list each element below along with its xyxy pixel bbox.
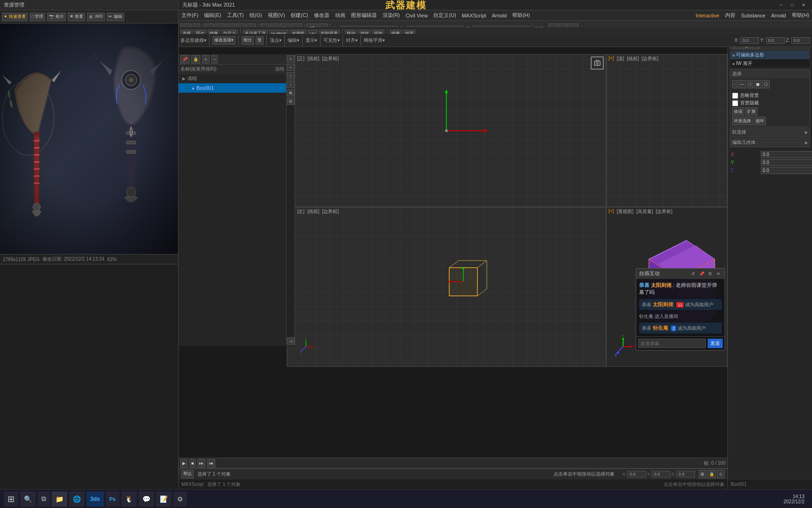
scene-tree-box001[interactable]: ● Box001 [179, 83, 286, 93]
window-controls[interactable]: ─ □ ✕ [776, 1, 808, 9]
chat-input-row[interactable]: 发送 [636, 336, 725, 350]
next-frame-btn[interactable]: ⏭ [197, 459, 205, 468]
menu-graph[interactable]: 图形编辑器 [351, 12, 377, 19]
menu-group[interactable]: 组(G) [250, 12, 262, 19]
print-btn[interactable]: 🖨 冲印 [87, 13, 105, 21]
close-btn[interactable]: ✕ [799, 1, 808, 9]
scene-side-btn-7[interactable]: ◁ [287, 337, 295, 345]
vp-tr-expand[interactable]: [+] [609, 56, 614, 62]
menu-civilview[interactable]: Civil View [406, 13, 428, 18]
menu-help[interactable]: 帮助(H) [512, 12, 530, 19]
arnold-menu-item[interactable]: Arnold [771, 13, 786, 18]
chat-refresh-icon[interactable]: ↺ [690, 270, 696, 277]
interactive-menu-item[interactable]: Interactive [695, 13, 719, 18]
grow-btn[interactable]: 扩展 [745, 107, 757, 116]
menu-custom[interactable]: 自定义(U) [433, 12, 456, 19]
modify-dropdown[interactable]: 修改选项▾ [212, 36, 235, 45]
y-value-input[interactable] [761, 159, 812, 166]
z-value-input[interactable] [761, 167, 812, 174]
border-btn[interactable]: □ [747, 80, 753, 88]
scene-side-btn-4[interactable]: ↓ [287, 80, 295, 88]
taskview-button[interactable]: ⧉ [38, 492, 50, 507]
browser-button[interactable]: 🌐 [69, 492, 85, 507]
filemanager-button[interactable]: 📁 [52, 492, 67, 507]
shrink-grow-row[interactable]: 收缩 扩展 [732, 107, 808, 116]
vp-br-expand[interactable]: [+] [609, 208, 614, 215]
disp-y[interactable] [766, 37, 785, 44]
maximize-btn[interactable]: □ [788, 1, 797, 9]
chat-close-icon[interactable]: ✕ [715, 270, 722, 277]
wechat-button[interactable]: 💬 [139, 492, 154, 507]
edit-btn[interactable]: ✏ 编辑 [107, 13, 124, 21]
view-btn[interactable]: 👁 查看 [68, 13, 86, 21]
menu-arnold[interactable]: Arnold [492, 13, 507, 18]
menu-maxscript[interactable]: MAXScript [462, 13, 486, 18]
editable-poly-modifier[interactable]: ● 可编辑多边形 [730, 51, 810, 59]
vp-bl-extra[interactable]: [边界框] [322, 208, 339, 215]
viewport-bottom-left[interactable]: [+] [左] [线框] [边界框] [287, 207, 606, 367]
menu-modifiers[interactable]: 修改器 [314, 12, 329, 19]
qq-button[interactable]: 🐧 [121, 492, 137, 507]
minimize-btn[interactable]: ─ [776, 1, 786, 9]
scene-lock-btn[interactable]: 🔒 [191, 55, 200, 64]
manage-btn[interactable]: □ 管理 [30, 13, 46, 21]
vp-tl-shading[interactable]: [线框] [307, 56, 320, 62]
vp-grid-btn[interactable]: ⊹ [717, 470, 725, 478]
status-z[interactable] [676, 471, 695, 477]
vp-br-view[interactable]: [透视图] [617, 208, 633, 215]
disp-x[interactable] [740, 37, 759, 44]
menu-view[interactable]: 视图(V) [268, 12, 285, 19]
prev-frame-btn[interactable]: ⏮ [207, 459, 215, 468]
scene-side-btn-3[interactable]: ↑ [287, 72, 295, 79]
ring-loop-row[interactable]: 环形选择 循环 [732, 117, 808, 125]
chat-pin-icon[interactable]: 📌 [698, 270, 705, 277]
chat-settings-icon[interactable]: ⚙ [707, 270, 713, 277]
vp-br-extra[interactable]: [边界框] [656, 208, 673, 215]
vp-tr-view[interactable]: [顶] [617, 56, 624, 62]
scene-pin-btn[interactable]: 📌 [180, 55, 189, 64]
vp-tr-extra[interactable]: [边界框] [642, 56, 659, 62]
vp-bl-view[interactable]: [左] [297, 208, 304, 215]
chat-input-field[interactable] [638, 339, 706, 348]
viewport-top-right[interactable]: [+] [顶] [线框] [边界框] [606, 54, 727, 207]
play-btn[interactable]: ▶ [180, 459, 187, 468]
notes-button[interactable]: 📝 [156, 492, 172, 507]
menu-edit[interactable]: 编辑(E) [204, 12, 221, 19]
viewport-top-left[interactable]: [+] [正] [线框] [边界框] [287, 54, 606, 207]
x-value-input[interactable] [761, 151, 812, 158]
iw-modifier[interactable]: ● IW 展开 [730, 59, 810, 68]
shrink-btn[interactable]: 收缩 [732, 107, 744, 116]
scene-outline-header[interactable]: 📌 🔒 ⊹ − [179, 54, 286, 64]
vp-tl-extra[interactable]: [边界框] [322, 56, 339, 62]
status-y[interactable] [652, 471, 671, 477]
scene-side-btn-1[interactable]: + [287, 55, 295, 63]
vp-bl-shading[interactable]: [线框] [307, 208, 320, 215]
stop-btn[interactable]: ■ [189, 459, 195, 468]
status-mode-btn[interactable]: 帮以 [181, 470, 194, 478]
quick-view-btn[interactable]: ✦ 快速查看 [2, 13, 28, 21]
scene-filter-btn[interactable]: ⊹ [202, 55, 210, 64]
vp-br-shading[interactable]: [高质量] [636, 208, 653, 215]
subdiv-btn[interactable]: 细分 [242, 36, 254, 45]
ignore-backface-cb[interactable] [732, 93, 738, 99]
chat-header-icons[interactable]: ↺ 📌 ⚙ ✕ [690, 270, 722, 277]
tertiary-toolbar[interactable]: 多边形建模▾ 修改选项▾ 细分 笼 顶点▾ 编辑▾ 显示▾ 可见性▾ 对齐▾ 网… [179, 34, 812, 47]
cage-btn[interactable]: 笼 [256, 36, 264, 45]
help-menu-item[interactable]: 帮助(H) [792, 12, 809, 19]
menu-file[interactable]: 文件(F) [181, 12, 198, 19]
vp-tl-view[interactable]: [正] [297, 56, 304, 62]
selection-header[interactable]: 选择 [730, 70, 810, 78]
soft-sel-header[interactable]: 软选择 ▶ [730, 128, 810, 136]
scene-side-btn-6[interactable]: ⊡ [287, 97, 295, 105]
edit-geom-header[interactable]: 编辑几何体 ▶ [730, 138, 810, 147]
vertex-btn[interactable]: · [732, 80, 737, 88]
menu-create[interactable]: 创建(C) [290, 12, 308, 19]
settings-taskbar-button[interactable]: ⚙ [173, 492, 187, 507]
main-menubar[interactable]: 文件(F) 编辑(E) 工具(T) 组(G) 视图(V) 创建(C) 修改器 动… [179, 10, 812, 21]
scene-side-btn-2[interactable]: − [287, 64, 295, 71]
scene-collapse-btn[interactable]: − [211, 55, 218, 64]
modifier-stack-area[interactable]: ▼ 对象 名称: 颜色: 📌 🔒 ⚙ [728, 10, 812, 495]
os-taskbar[interactable]: ⊞ 🔍 ⧉ 📁 🌐 3ds Ps 🐧 💬 📝 ⚙ 14:13 2022/12/2 [0, 489, 812, 508]
edge-btn[interactable]: — [738, 80, 746, 88]
highlight-selected-cb[interactable] [732, 100, 738, 106]
